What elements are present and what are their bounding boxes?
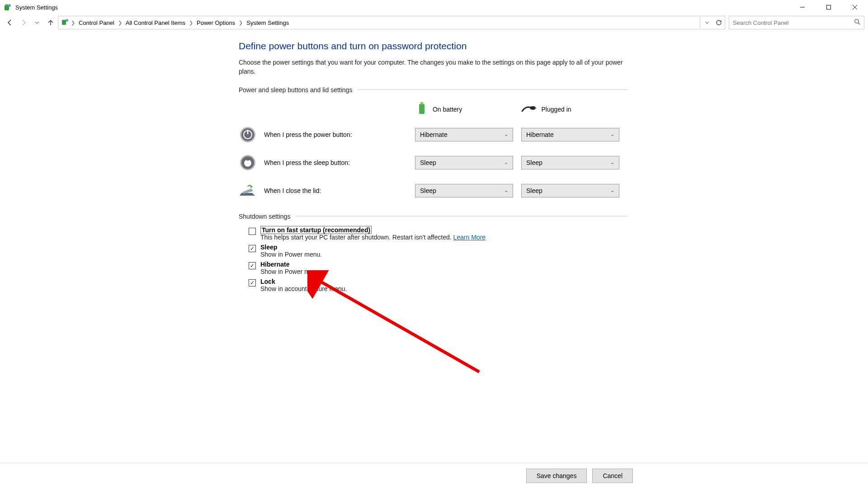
up-button[interactable] [44, 16, 57, 29]
lock-label[interactable]: Lock [260, 278, 275, 285]
svg-point-8 [66, 19, 68, 22]
svg-rect-16 [535, 108, 536, 109]
chevron-down-icon: ⌄ [610, 188, 614, 193]
svg-rect-11 [419, 104, 425, 114]
sleep-option-row: Sleep Show in Power menu. [239, 242, 627, 259]
chevron-right-icon: ❯ [71, 20, 75, 26]
hibernate-option-row: Hibernate Show in Power menu. [239, 259, 627, 276]
fast-startup-desc: This helps start your PC faster after sh… [260, 234, 453, 241]
power-button-row: When I press the power button: Hibernate… [239, 121, 627, 149]
svg-rect-7 [62, 20, 66, 25]
app-icon [4, 3, 12, 11]
svg-rect-12 [420, 102, 423, 104]
breadcrumb-item[interactable]: All Control Panel Items [124, 19, 187, 27]
minimize-button[interactable] [789, 0, 816, 14]
plug-icon [521, 104, 537, 114]
sleep-button-row: When I press the sleep button: Sleep⌄ Sl… [239, 149, 627, 177]
close-button[interactable] [842, 0, 868, 14]
sleep-desc: Show in Power menu. [260, 251, 322, 258]
svg-rect-1 [5, 4, 8, 5]
sleep-button-plugged-select[interactable]: Sleep⌄ [521, 156, 619, 169]
save-button[interactable]: Save changes [526, 469, 587, 483]
fast-startup-checkbox[interactable] [249, 228, 256, 235]
chevron-down-icon: ⌄ [504, 188, 508, 193]
svg-point-2 [8, 4, 11, 7]
breadcrumb-item[interactable]: Control Panel [77, 19, 116, 27]
chevron-right-icon: ❯ [239, 20, 243, 26]
sleep-button-icon [239, 154, 257, 172]
forward-button[interactable] [17, 16, 30, 29]
breadcrumb-item[interactable]: Power Options [195, 19, 237, 27]
chevron-down-icon: ⌄ [610, 131, 614, 137]
sleep-button-battery-select[interactable]: Sleep⌄ [415, 156, 513, 169]
hibernate-desc: Show in Power menu. [260, 268, 322, 275]
window-title: System Settings [15, 4, 789, 11]
breadcrumb-item[interactable]: System Settings [245, 19, 291, 27]
control-panel-icon [61, 18, 69, 28]
hibernate-checkbox[interactable] [249, 262, 256, 269]
svg-point-14 [530, 106, 536, 110]
address-history-dropdown[interactable] [701, 16, 713, 29]
column-headers: On battery Plugged in [239, 98, 627, 121]
sleep-label[interactable]: Sleep [260, 244, 277, 251]
back-button[interactable] [4, 16, 16, 29]
search-input[interactable] [733, 19, 854, 26]
lid-plugged-select[interactable]: Sleep⌄ [521, 184, 619, 197]
power-button-battery-select[interactable]: Hibernate⌄ [415, 128, 513, 141]
power-button-icon [239, 126, 257, 144]
lock-desc: Show in account picture menu. [260, 285, 347, 292]
lock-option-row: Lock Show in account picture menu. [239, 276, 627, 293]
search-box[interactable] [729, 16, 864, 29]
search-icon[interactable] [854, 19, 860, 27]
recent-dropdown[interactable] [31, 16, 43, 29]
lid-close-row: When I close the lid: Sleep⌄ Sleep⌄ [239, 177, 627, 205]
chevron-right-icon: ❯ [118, 20, 122, 26]
address-bar[interactable]: ❯ Control Panel ❯ All Control Panel Item… [58, 16, 700, 29]
chevron-right-icon: ❯ [189, 20, 193, 26]
lock-checkbox[interactable] [249, 279, 256, 286]
page-subtitle: Choose the power settings that you want … [239, 58, 623, 76]
row-label: When I press the sleep button: [264, 159, 350, 166]
footer: Save changes Cancel [0, 463, 868, 488]
laptop-lid-icon [239, 182, 257, 200]
maximize-button[interactable] [816, 0, 842, 14]
refresh-button[interactable] [713, 16, 725, 29]
fast-startup-row: Turn on fast startup (recommended) This … [239, 225, 627, 242]
col-battery-label: On battery [433, 106, 462, 113]
svg-rect-15 [535, 107, 536, 108]
svg-point-9 [855, 19, 859, 23]
learn-more-link[interactable]: Learn More [453, 234, 486, 241]
row-label: When I press the power button: [264, 131, 352, 138]
chevron-down-icon: ⌄ [610, 160, 614, 165]
battery-icon [415, 101, 428, 117]
section-shutdown: Shutdown settings [239, 213, 627, 220]
page-title: Define power buttons and turn on passwor… [239, 41, 627, 52]
lid-battery-select[interactable]: Sleep⌄ [415, 184, 513, 197]
svg-rect-4 [827, 5, 831, 9]
sleep-checkbox[interactable] [249, 245, 256, 252]
chevron-down-icon: ⌄ [504, 160, 508, 165]
col-plugged-label: Plugged in [541, 106, 571, 113]
power-button-plugged-select[interactable]: Hibernate⌄ [521, 128, 619, 141]
hibernate-label[interactable]: Hibernate [260, 261, 290, 268]
fast-startup-label[interactable]: Turn on fast startup (recommended) [260, 226, 372, 234]
navbar: ❯ Control Panel ❯ All Control Panel Item… [0, 14, 868, 31]
row-label: When I close the lid: [264, 187, 321, 194]
chevron-down-icon: ⌄ [504, 131, 508, 137]
svg-point-13 [417, 113, 427, 115]
section-power-buttons: Power and sleep buttons and lid settings [239, 86, 627, 94]
svg-line-10 [858, 23, 860, 24]
cancel-button[interactable]: Cancel [592, 469, 633, 483]
content-area: Define power buttons and turn on passwor… [0, 32, 868, 463]
titlebar: System Settings [0, 0, 868, 14]
